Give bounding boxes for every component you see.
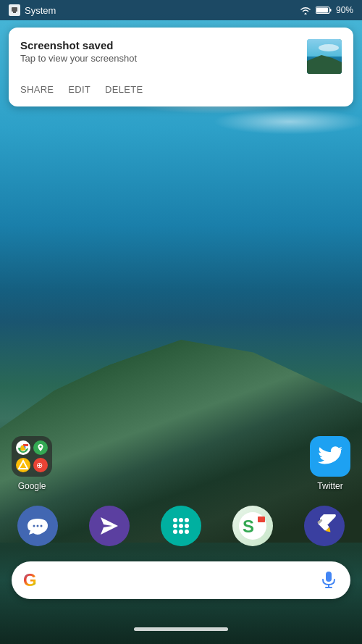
- app-item-direct[interactable]: [89, 506, 130, 546]
- svg-rect-0: [12, 7, 17, 12]
- notification-card[interactable]: Screenshot saved Tap to view your screen…: [9, 28, 353, 106]
- status-bar: System 90%: [0, 0, 362, 20]
- apps-container: ⊕ Google Twitter: [0, 436, 362, 546]
- notification-subtitle: Tap to view your screenshot: [20, 53, 307, 64]
- status-right: 90%: [300, 5, 353, 15]
- search-bar[interactable]: G: [12, 561, 350, 599]
- app-item-tasks[interactable]: [304, 506, 345, 546]
- svg-text:S: S: [243, 517, 254, 536]
- slides-icon: S: [232, 506, 273, 546]
- svg-rect-32: [258, 517, 265, 522]
- notification-text-area: Screenshot saved Tap to view your screen…: [20, 39, 307, 64]
- svg-point-18: [37, 525, 39, 527]
- edit-button[interactable]: Edit: [68, 84, 90, 95]
- svg-marker-20: [101, 517, 118, 535]
- twitter-icon: [310, 436, 350, 477]
- system-icon: [9, 4, 20, 16]
- twitter-label: Twitter: [317, 481, 342, 491]
- app-item-twitter[interactable]: Twitter: [310, 436, 350, 491]
- svg-point-24: [173, 524, 177, 528]
- dots-icon: [161, 506, 201, 546]
- google-g-logo: G: [23, 570, 37, 590]
- drive-icon: [16, 458, 30, 472]
- svg-point-12: [40, 446, 42, 448]
- svg-text:⊕: ⊕: [36, 461, 43, 469]
- svg-point-19: [41, 525, 43, 527]
- svg-point-22: [179, 518, 183, 522]
- share-button[interactable]: Share: [20, 84, 54, 95]
- app-item-messages[interactable]: [17, 506, 58, 546]
- svg-point-17: [33, 525, 35, 527]
- status-left: System: [9, 4, 56, 16]
- svg-point-25: [179, 524, 183, 528]
- svg-point-29: [185, 530, 189, 534]
- chrome-icon: [16, 440, 30, 455]
- direct-icon: [89, 506, 130, 546]
- status-app-name: System: [25, 5, 56, 16]
- google-label: Google: [18, 481, 46, 491]
- notification-thumbnail: [307, 39, 342, 74]
- home-pill[interactable]: [134, 627, 228, 631]
- svg-point-27: [173, 530, 177, 534]
- app-item-dots[interactable]: [161, 506, 201, 546]
- svg-rect-39: [326, 572, 332, 582]
- app-item-slides[interactable]: S: [232, 506, 273, 546]
- svg-point-23: [185, 518, 189, 522]
- svg-point-28: [179, 530, 183, 534]
- svg-point-7: [319, 44, 339, 51]
- svg-rect-4: [316, 8, 328, 13]
- wifi-icon: [300, 6, 311, 14]
- battery-icon: [316, 6, 332, 14]
- notification-title: Screenshot saved: [20, 39, 307, 51]
- google-folder-icon: ⊕: [12, 436, 52, 477]
- notification-header: Screenshot saved Tap to view your screen…: [20, 39, 342, 74]
- svg-rect-1: [13, 12, 16, 13]
- delete-button[interactable]: Delete: [105, 84, 143, 95]
- notification-actions: Share Edit Delete: [20, 84, 342, 95]
- maps-icon: [33, 440, 48, 455]
- battery-text: 90%: [336, 5, 353, 15]
- svg-point-26: [185, 524, 189, 528]
- photos-icon: ⊕: [33, 458, 48, 472]
- tasks-icon: [304, 506, 345, 546]
- app-item-google[interactable]: ⊕ Google: [12, 436, 52, 491]
- app-row-top: ⊕ Google Twitter: [12, 436, 350, 491]
- svg-point-21: [173, 518, 177, 522]
- mic-icon[interactable]: [319, 570, 339, 590]
- app-row-bottom: S: [12, 506, 350, 546]
- svg-rect-3: [329, 9, 331, 12]
- messages-icon: [17, 506, 58, 546]
